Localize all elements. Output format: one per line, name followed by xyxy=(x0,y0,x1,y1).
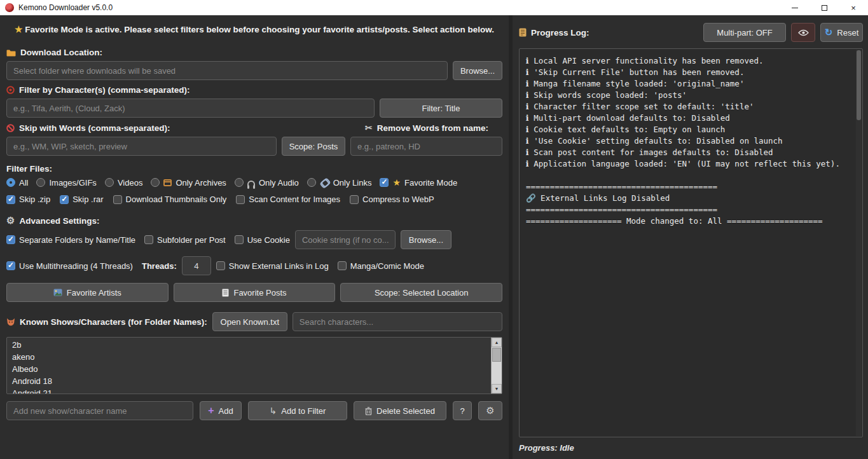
scrollbar-down-button[interactable]: ▼ xyxy=(492,384,502,394)
favorite-posts-button[interactable]: Favorite Posts xyxy=(174,283,336,302)
scroll-down-icon: ▼ xyxy=(495,387,499,391)
log-scrollbar-thumb[interactable] xyxy=(857,50,861,120)
checkbox-indicator[interactable] xyxy=(6,261,15,270)
character-filter-input[interactable] xyxy=(6,99,375,118)
radio-only-links[interactable]: Only Links xyxy=(307,178,372,188)
list-item[interactable]: Albedo xyxy=(7,363,489,375)
list-scrollbar[interactable]: ▲ ▼ xyxy=(491,338,502,394)
radio-only-archives[interactable]: Only Archives xyxy=(151,178,226,188)
option-label: Separate Folders by Name/Title xyxy=(19,235,135,245)
skip-words-input[interactable] xyxy=(6,137,277,156)
checkbox-download-thumbnails-only[interactable]: Download Thumbnails Only xyxy=(113,195,227,204)
checkbox-skip-rar[interactable]: Skip .rar xyxy=(60,195,103,204)
maximize-button[interactable] xyxy=(809,0,839,15)
radio-indicator[interactable] xyxy=(307,178,316,187)
skip-scope-button[interactable]: Scope: Posts xyxy=(282,137,345,156)
checkbox-indicator[interactable] xyxy=(235,235,244,244)
radio-indicator[interactable] xyxy=(151,178,160,187)
checkbox-subfolder-per-post[interactable]: Subfolder per Post xyxy=(144,235,226,245)
cookie-string-input[interactable] xyxy=(295,230,396,249)
checkbox-indicator[interactable] xyxy=(338,261,347,270)
browse-cookie-button[interactable]: Browse... xyxy=(401,230,451,249)
scroll-up-icon: ▲ xyxy=(495,340,499,345)
minimize-button[interactable] xyxy=(780,0,809,15)
radio-indicator[interactable] xyxy=(36,178,45,187)
checkbox-separate-folders-by-name-title[interactable]: Separate Folders by Name/Title xyxy=(6,235,135,245)
checkbox-indicator[interactable] xyxy=(6,235,15,244)
help-button[interactable]: ? xyxy=(453,401,472,420)
download-location-row: Browse... xyxy=(6,61,502,80)
checkbox-indicator[interactable] xyxy=(380,178,389,187)
log-line: ℹ Character filter scope set to default:… xyxy=(526,101,852,113)
checkbox-favorite-mode[interactable]: ★ Favorite Mode xyxy=(380,177,457,188)
add-to-filter-label: Add to Filter xyxy=(281,406,326,416)
checkbox-indicator[interactable] xyxy=(60,195,69,204)
checkbox-use-multithreading[interactable]: Use Multithreading (4 Threads) xyxy=(6,261,133,271)
checkbox-use-cookie[interactable]: Use Cookie xyxy=(235,235,290,245)
checkbox-indicator[interactable] xyxy=(144,235,153,244)
threads-input[interactable] xyxy=(182,256,211,275)
favorite-artists-button[interactable]: Favorite Artists xyxy=(6,283,169,302)
radio-indicator[interactable] xyxy=(235,178,244,187)
settings-button[interactable]: ⚙ xyxy=(478,401,502,420)
log-visibility-button[interactable] xyxy=(791,23,815,42)
radio-all[interactable]: All xyxy=(6,178,28,188)
checkbox-indicator[interactable] xyxy=(350,195,359,204)
download-location-input[interactable] xyxy=(6,61,448,80)
multipart-toggle-button[interactable]: Multi-part: OFF xyxy=(703,23,786,42)
radio-indicator[interactable] xyxy=(105,178,114,187)
checkbox-manga-comic-mode[interactable]: Manga/Comic Mode xyxy=(338,261,424,271)
search-characters-input[interactable] xyxy=(293,312,502,331)
log-line: ℹ Application language loaded: 'EN' (UI … xyxy=(526,158,852,170)
list-item[interactable]: Android 18 xyxy=(7,375,489,387)
add-to-filter-button[interactable]: ↳ Add to Filter xyxy=(248,401,347,420)
scrollbar-up-button[interactable]: ▲ xyxy=(492,338,502,347)
radio-images-gifs[interactable]: Images/GIFs xyxy=(36,178,96,188)
list-item[interactable]: akeno xyxy=(7,351,489,363)
list-item[interactable]: Android 21 xyxy=(7,387,489,394)
remove-words-input[interactable] xyxy=(350,137,502,156)
open-known-txt-button[interactable]: Open Known.txt xyxy=(212,312,287,331)
log-scrollbar[interactable] xyxy=(856,50,862,436)
list-item[interactable]: 2b xyxy=(7,339,489,351)
radio-only-audio[interactable]: Only Audio xyxy=(235,178,299,188)
option-label: Favorite Mode xyxy=(404,178,457,188)
checkbox-skip-zip[interactable]: Skip .zip xyxy=(6,195,50,204)
checkbox-show-external-links-in-log[interactable]: Show External Links in Log xyxy=(216,261,329,271)
add-label: Add xyxy=(219,406,233,416)
reset-button[interactable]: ↻ Reset xyxy=(820,23,863,42)
checkbox-indicator[interactable] xyxy=(236,195,245,204)
app-logo-icon xyxy=(5,3,14,12)
reset-icon: ↻ xyxy=(825,27,833,38)
scrollbar-thumb[interactable] xyxy=(492,348,501,362)
scope-selected-location-button[interactable]: Scope: Selected Location xyxy=(340,283,502,302)
checkbox-indicator[interactable] xyxy=(113,195,122,204)
option-label: Compress to WebP xyxy=(362,195,434,204)
log-line: ==================== Mode changed to: Al… xyxy=(526,216,852,227)
advanced-checkboxes-1: Separate Folders by Name/TitleSubfolder … xyxy=(6,235,290,245)
option-label: Show External Links in Log xyxy=(229,261,329,271)
radio-videos[interactable]: Videos xyxy=(105,178,143,188)
log-line: ℹ Manga filename style loaded: 'original… xyxy=(526,78,852,90)
add-character-button[interactable]: + Add xyxy=(200,401,242,420)
radio-indicator[interactable] xyxy=(6,178,15,187)
progress-log-title-text: Progress Log: xyxy=(531,28,589,38)
favorite-posts-label: Favorite Posts xyxy=(233,288,286,298)
close-button[interactable]: × xyxy=(839,0,868,15)
progress-log-output[interactable]: ℹ Local API server functionality has bee… xyxy=(519,48,863,437)
download-location-label: Download Location: xyxy=(6,48,502,57)
option-label: Download Thumbnails Only xyxy=(126,195,227,204)
scrollbar-track[interactable] xyxy=(492,362,502,384)
star-icon: ★ xyxy=(392,177,401,188)
scroll-icon xyxy=(519,28,527,37)
document-icon xyxy=(222,289,229,297)
add-character-input[interactable] xyxy=(6,401,193,420)
known-characters-list[interactable]: ▲ ▼ 2bakenoAlbedoAndroid 18Android 21 xyxy=(6,337,502,394)
checkbox-scan-content-for-images[interactable]: Scan Content for Images xyxy=(236,195,340,204)
character-filter-scope-button[interactable]: Filter: Title xyxy=(380,99,502,118)
checkbox-compress-to-webp[interactable]: Compress to WebP xyxy=(350,195,434,204)
checkbox-indicator[interactable] xyxy=(216,261,225,270)
browse-download-location-button[interactable]: Browse... xyxy=(453,61,502,80)
delete-selected-button[interactable]: Delete Selected xyxy=(354,401,446,420)
checkbox-indicator[interactable] xyxy=(6,195,15,204)
